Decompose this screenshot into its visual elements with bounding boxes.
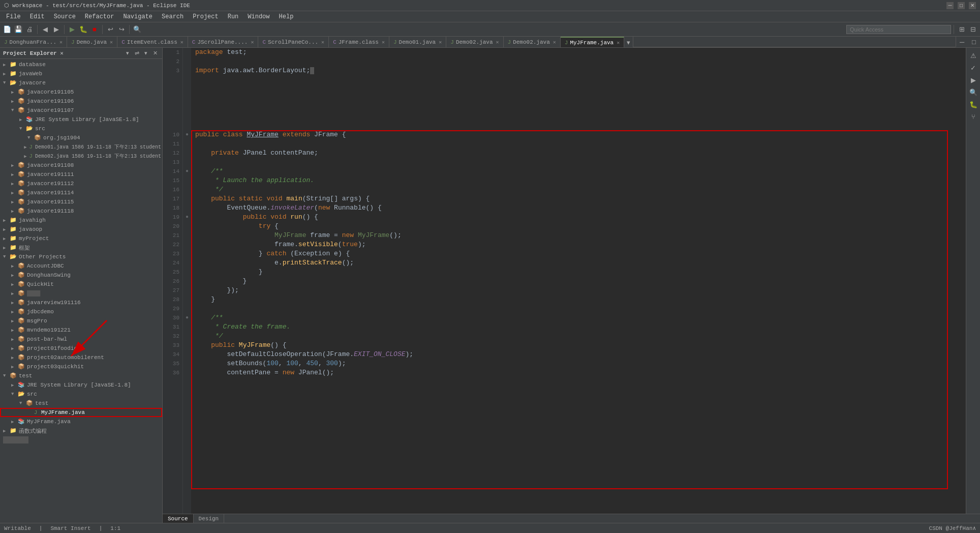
tree-item-postbar[interactable]: ▶ 📦 post-bar-hwl [0,335,162,344]
right-icon-git[interactable]: ⑂ [968,111,979,122]
toolbar-print[interactable]: 🖨 [24,24,35,35]
tree-item-test[interactable]: ▼ 📦 test [0,371,162,380]
tree-item-demo02[interactable]: ▶ J Demo02.java 1586 19-11-18 下午2:13 stu… [0,152,162,161]
right-icon-debug[interactable]: 🐛 [968,99,979,110]
tree-item-demo01[interactable]: ▶ J Demo01.java 1586 19-11-18 下午2:13 stu… [0,142,162,152]
toolbar-redo[interactable]: ↪ [116,24,127,35]
tree-item-jre-191107[interactable]: ▶ 📚 JRE System Library [JavaSE-1.8] [0,115,162,124]
right-icon-search[interactable]: 🔍 [968,86,979,98]
toolbar-save[interactable]: 💾 [13,24,23,35]
tab-close-demo02b[interactable]: ✕ [553,39,556,45]
tab-demo02a[interactable]: J Demo02.java ✕ [446,37,503,47]
tree-item-javacore191115[interactable]: ▶ 📦 javacore191115 [0,197,162,206]
panel-close-btn[interactable]: ✕ [151,49,159,57]
minimize-button[interactable]: ─ [946,2,954,9]
tab-itemevent[interactable]: C ItemEvent.class ✕ [117,37,188,47]
tree-item-javareview[interactable]: ▶ 📦 javareview191116 [0,298,162,307]
tree-item-msgpro[interactable]: ▶ 📦 msgPro [0,316,162,325]
tree-item-mvndemo[interactable]: ▶ 📦 mvndemo191221 [0,325,162,335]
menu-source[interactable]: Source [50,12,80,21]
tree-item-src-test[interactable]: ▼ 📂 src [0,390,162,399]
close-button[interactable]: ✕ [969,2,976,9]
menu-project[interactable]: Project [189,12,222,21]
tab-jframe[interactable]: C JFrame.class ✕ [329,37,389,47]
tree-item-src-191107[interactable]: ▼ 📂 src [0,124,162,133]
menu-window[interactable]: Window [243,12,273,21]
tree-item-javaweb[interactable]: ▶ 📁 javaWeb [0,69,162,78]
tab-donghuan[interactable]: J DonghuanFra... ✕ [0,37,67,47]
tab-close-demo01[interactable]: ✕ [439,39,442,45]
menu-search[interactable]: Search [158,12,188,21]
tree-item-javacore191118[interactable]: ▶ 📦 javacore191118 [0,206,162,216]
tab-close-demo[interactable]: ✕ [110,39,113,45]
toolbar-debug[interactable]: 🐛 [78,24,88,35]
tree-item-project03quickhit[interactable]: ▶ 📦 project03quickhit [0,362,162,371]
tree-item-referenced-libs[interactable]: ▶ 📚 MyJFrame.java [0,417,162,426]
tree-item-jdbcdemo[interactable]: ▶ 📦 jdbcdemo [0,307,162,316]
toolbar-search[interactable]: 🔍 [132,24,142,35]
tree-item-framework[interactable]: ▶ 📁 框架 [0,243,162,252]
tab-myjframe[interactable]: J MyJFrame.java ✕ [561,37,624,47]
bottom-tab-source[interactable]: Source [163,514,194,523]
tree-item-javahigh[interactable]: ▶ 📁 javahigh [0,216,162,225]
tree-item-myproject[interactable]: ▶ 📁 myProject [0,234,162,243]
tab-close-myjframe[interactable]: ✕ [617,40,620,46]
tab-overflow-button[interactable]: ▾ [624,37,633,48]
tab-scrollpane[interactable]: C ScrollPaneCo... ✕ [258,37,329,47]
bottom-tab-design[interactable]: Design [194,514,225,523]
tab-close-jscrollpane[interactable]: ✕ [251,39,254,45]
editor-minimize-button[interactable]: ─ [956,37,968,47]
quick-access-input[interactable] [846,25,951,34]
menu-edit[interactable]: Edit [26,12,49,21]
tree-item-javacore191111[interactable]: ▶ 📦 javacore191111 [0,170,162,179]
tree-item-org-jsg1904[interactable]: ▼ 📦 org.jsg1904 [0,133,162,142]
toolbar-undo[interactable]: ↩ [105,24,115,35]
code-editor[interactable]: package test; import java.awt.BorderLayo… [191,48,966,514]
tab-jscrollpane[interactable]: C JScrollPane.... ✕ [188,37,259,47]
tree-item-functional[interactable]: ▶ 📁 函数式编程 [0,426,162,435]
panel-collapse-btn[interactable]: ▾ [124,49,132,57]
toolbar-perspective[interactable]: ⊞ [957,24,967,35]
menu-run[interactable]: Run [224,12,243,21]
tree-item-test-package[interactable]: ▼ 📦 test [0,399,162,408]
menu-help[interactable]: Help [275,12,298,21]
code-container[interactable]: 1 2 3 10 11 12 13 14 15 16 17 18 19 20 2… [163,48,980,514]
tab-close-demo02a[interactable]: ✕ [496,39,499,45]
toolbar-run[interactable]: ▶ [67,24,77,35]
menu-navigate[interactable]: Navigate [119,12,157,21]
tree-item-javacore191108[interactable]: ▶ 📦 javacore191108 [0,161,162,170]
tree-item-javacore191105[interactable]: ▶ 📦 javacore191105 [0,87,162,97]
panel-menu-btn[interactable]: ▾ [142,49,150,57]
tree-item-javacore191106[interactable]: ▶ 📦 javacore191106 [0,97,162,106]
tree-item-javacore191112[interactable]: ▶ 📦 javacore191112 [0,179,162,188]
tab-demo01[interactable]: J Demo01.java ✕ [389,37,446,47]
tree-item-project01foodie[interactable]: ▶ 📦 project01foodie [0,344,162,353]
tree-item-other-projects[interactable]: ▼ 📂 Other Projects [0,252,162,261]
toolbar-back[interactable]: ◀ [40,24,50,35]
tab-demo[interactable]: J Demo.java ✕ [67,37,117,47]
tab-close-scrollpane[interactable]: ✕ [321,39,324,45]
tab-close-jframe[interactable]: ✕ [382,39,385,45]
tree-item-javacore[interactable]: ▼ 📂 javacore [0,78,162,87]
toolbar-perspective2[interactable]: ⊟ [968,24,978,35]
editor-maximize-button[interactable]: □ [968,37,980,47]
tree-item-jre-test[interactable]: ▶ 📚 JRE System Library [JavaSE-1.8] [0,380,162,390]
toolbar-forward[interactable]: ▶ [51,24,62,35]
tree-item-quickhit[interactable]: ▶ 📦 QuickHit [0,280,162,289]
tree-item-myjframe-file[interactable]: J MyJFrame.java [0,408,162,417]
tree-item-project02auto[interactable]: ▶ 📦 project02automobilerent [0,353,162,362]
maximize-button[interactable]: □ [958,2,965,9]
tree-item-javacore191114[interactable]: ▶ 📦 javacore191114 [0,188,162,197]
tree-item-donghuanswing[interactable]: ▶ 📦 DonghuanSwing [0,271,162,280]
tree-item-accountjdbc[interactable]: ▶ 📦 AccountJDBC [0,261,162,271]
tab-demo02b[interactable]: J Demo02.java ✕ [504,37,561,47]
tree-item-javacore191107[interactable]: ▼ 📦 javacore191107 [0,106,162,115]
right-icon-console[interactable]: ▶ [968,74,979,85]
menu-refactor[interactable]: Refactor [81,12,118,21]
tree-item-more[interactable] [0,435,162,445]
toolbar-new[interactable]: 📄 [2,24,12,35]
tab-close-itemevent[interactable]: ✕ [180,39,183,45]
menu-file[interactable]: File [2,12,25,21]
tree-item-database[interactable]: ▶ 📁 database [0,60,162,69]
right-icon-tasks[interactable]: ✓ [968,62,979,73]
